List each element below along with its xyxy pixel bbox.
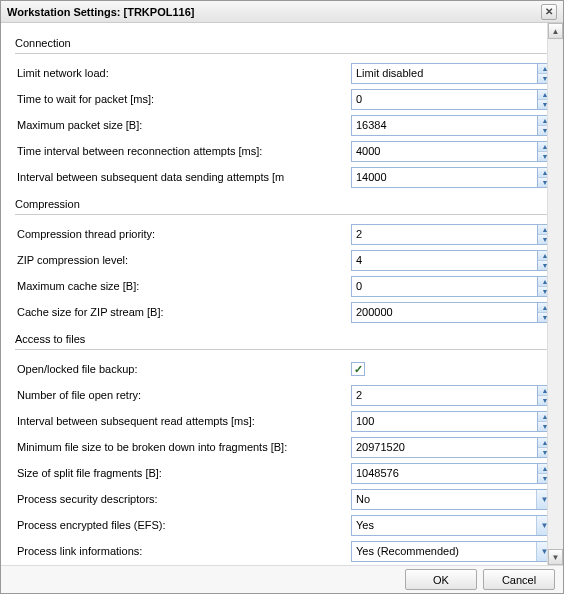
reconnect-interval-label: Time interval between reconnection attem… [15, 145, 347, 157]
title-bar: Workstation Settings: [TRKPOL116] ✕ [1, 1, 563, 23]
send-interval-label: Interval between subsequent data sending… [15, 171, 347, 183]
send-interval-input[interactable] [351, 167, 537, 188]
read-interval-field[interactable]: ▲ ▼ [351, 411, 553, 432]
time-wait-packet-input[interactable] [351, 89, 537, 110]
link-select[interactable]: Yes (Recommended) ▼ [351, 541, 553, 562]
efs-select[interactable]: Yes ▼ [351, 515, 553, 536]
split-size-label: Size of split file fragments [B]: [15, 467, 347, 479]
thread-priority-label: Compression thread priority: [15, 228, 347, 240]
limit-network-load-label: Limit network load: [15, 67, 347, 79]
divider [15, 214, 553, 215]
sec-desc-label: Process security descriptors: [15, 493, 347, 505]
num-retry-field[interactable]: ▲ ▼ [351, 385, 553, 406]
max-packet-size-field[interactable]: ▲ ▼ [351, 115, 553, 136]
reconnect-interval-input[interactable] [351, 141, 537, 162]
min-frag-label: Minimum file size to be broken down into… [15, 441, 347, 453]
limit-network-load-input[interactable] [351, 63, 537, 84]
ok-button[interactable]: OK [405, 569, 477, 590]
vertical-scrollbar[interactable]: ▲ ▼ [547, 23, 563, 565]
max-cache-label: Maximum cache size [B]: [15, 280, 347, 292]
section-title-compression: Compression [15, 198, 553, 212]
link-label: Process link informations: [15, 545, 347, 557]
divider [15, 53, 553, 54]
content-area: Connection Limit network load: ▲ ▼ Time … [1, 23, 563, 565]
num-retry-label: Number of file open retry: [15, 389, 347, 401]
scroll-down-button[interactable]: ▼ [548, 549, 563, 565]
thread-priority-input[interactable] [351, 224, 537, 245]
sec-desc-select[interactable]: No ▼ [351, 489, 553, 510]
split-size-field[interactable]: ▲ ▼ [351, 463, 553, 484]
zip-cache-input[interactable] [351, 302, 537, 323]
section-title-connection: Connection [15, 37, 553, 51]
max-cache-field[interactable]: ▲ ▼ [351, 276, 553, 297]
close-icon: ✕ [545, 6, 553, 17]
cancel-button[interactable]: Cancel [483, 569, 555, 590]
time-wait-packet-field[interactable]: ▲ ▼ [351, 89, 553, 110]
zip-level-label: ZIP compression level: [15, 254, 347, 266]
open-locked-label: Open/locked file backup: [15, 363, 347, 375]
num-retry-input[interactable] [351, 385, 537, 406]
divider [15, 349, 553, 350]
reconnect-interval-field[interactable]: ▲ ▼ [351, 141, 553, 162]
split-size-input[interactable] [351, 463, 537, 484]
max-cache-input[interactable] [351, 276, 537, 297]
footer-bar: OK Cancel [1, 565, 563, 593]
zip-cache-label: Cache size for ZIP stream [B]: [15, 306, 347, 318]
read-interval-label: Interval between subsequent read attempt… [15, 415, 347, 427]
section-title-access: Access to files [15, 333, 553, 347]
read-interval-input[interactable] [351, 411, 537, 432]
zip-level-field[interactable]: ▲ ▼ [351, 250, 553, 271]
max-packet-size-input[interactable] [351, 115, 537, 136]
min-frag-field[interactable]: ▲ ▼ [351, 437, 553, 458]
zip-cache-field[interactable]: ▲ ▼ [351, 302, 553, 323]
time-wait-packet-label: Time to wait for packet [ms]: [15, 93, 347, 105]
open-locked-checkbox[interactable]: ✓ [351, 362, 365, 376]
thread-priority-field[interactable]: ▲ ▼ [351, 224, 553, 245]
efs-value: Yes [352, 519, 536, 531]
check-icon: ✓ [354, 363, 363, 376]
efs-label: Process encrypted files (EFS): [15, 519, 347, 531]
limit-network-load-field[interactable]: ▲ ▼ [351, 63, 553, 84]
sec-desc-value: No [352, 493, 536, 505]
close-button[interactable]: ✕ [541, 4, 557, 20]
zip-level-input[interactable] [351, 250, 537, 271]
window-title: Workstation Settings: [TRKPOL116] [7, 6, 194, 18]
link-value: Yes (Recommended) [352, 545, 536, 557]
scroll-track[interactable] [548, 39, 563, 549]
min-frag-input[interactable] [351, 437, 537, 458]
send-interval-field[interactable]: ▲ ▼ [351, 167, 553, 188]
scroll-up-button[interactable]: ▲ [548, 23, 563, 39]
max-packet-size-label: Maximum packet size [B]: [15, 119, 347, 131]
